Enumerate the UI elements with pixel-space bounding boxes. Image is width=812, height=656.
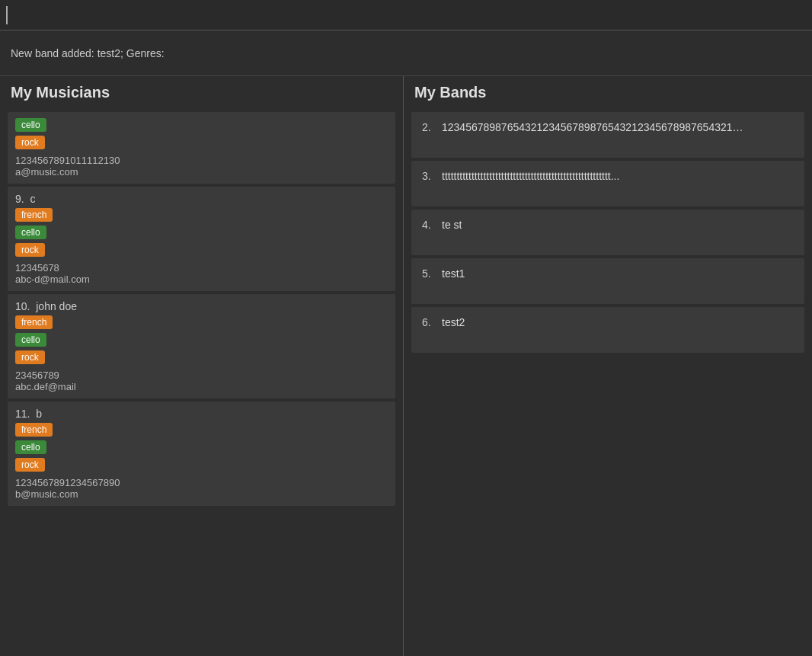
- top-bar: [0, 0, 812, 30]
- tag-rock: rock: [15, 136, 45, 149]
- tag-french-10: french: [15, 315, 53, 329]
- tag-french-9: french: [15, 208, 53, 222]
- tag-rock-9: rock: [15, 243, 45, 257]
- tags-row-10-french: french: [15, 315, 388, 331]
- tags-row-9-rock: rock: [15, 243, 388, 259]
- band-name-6: test2: [442, 316, 465, 328]
- main-content: My Musicians cello rock 1234567891011112…: [0, 76, 812, 656]
- bands-title: My Bands: [404, 84, 812, 109]
- musicians-panel: My Musicians cello rock 1234567891011112…: [0, 76, 404, 656]
- tags-row-11-rock: rock: [15, 458, 388, 474]
- tags-row-11-cello: cello: [15, 440, 388, 456]
- tag-rock-11: rock: [15, 458, 45, 472]
- band-item-3[interactable]: 3. ttttttttttttttttttttttttttttttttttttt…: [411, 161, 804, 206]
- band-row-6: 6. test2: [422, 316, 794, 328]
- tag-cello: cello: [15, 118, 46, 132]
- tag-rock-10: rock: [15, 350, 45, 364]
- musician-email-11: b@music.com: [15, 488, 388, 500]
- musician-number-10: 10. john doe: [15, 300, 388, 312]
- band-name-3: tttttttttttttttttttttttttttttttttttttttt…: [442, 170, 619, 182]
- band-item-2[interactable]: 2. 1234567898765432123456789876543212345…: [411, 112, 804, 158]
- tags-row-11-french: french: [15, 423, 388, 439]
- bands-panel: My Bands 2. 1234567898765432123456789876…: [404, 76, 812, 656]
- musician-email-10: abc.def@mail: [15, 381, 388, 392]
- notification-bar: New band added: test2; Genres:: [0, 30, 812, 76]
- musician-phone-11: 1234567891234567890: [15, 477, 388, 488]
- top-input[interactable]: [6, 6, 235, 24]
- musician-phone-10: 23456789: [15, 370, 388, 381]
- tag-cello-10: cello: [15, 333, 46, 347]
- musician-item-9[interactable]: 9. c french cello rock 12345678 abc-d@ma…: [8, 187, 395, 291]
- band-name-2: 1234567898765432123456789876543212345678…: [442, 121, 746, 133]
- musician-phone: 1234567891011112130: [15, 155, 388, 166]
- band-number-5: 5.: [422, 267, 437, 280]
- band-number-6: 6.: [422, 316, 437, 328]
- musician-item-11[interactable]: 11. b french cello rock 1234567891234567…: [8, 402, 395, 506]
- musician-item[interactable]: cello rock 1234567891011112130 a@music.c…: [8, 112, 395, 184]
- musician-email-9: abc-d@mail.com: [15, 274, 388, 285]
- musician-email: a@music.com: [15, 166, 388, 178]
- band-row-5: 5. test1: [422, 267, 794, 280]
- tags-row-9-cello: cello: [15, 226, 388, 242]
- band-row-2: 2. 1234567898765432123456789876543212345…: [422, 121, 794, 133]
- band-number-3: 3.: [422, 170, 437, 182]
- musicians-title: My Musicians: [0, 84, 403, 109]
- musician-item-10[interactable]: 10. john doe french cello rock 23456789 …: [8, 294, 395, 398]
- band-item-4[interactable]: 4. te st: [411, 210, 804, 255]
- band-item-6[interactable]: 6. test2: [411, 307, 804, 353]
- musician-number-11: 11. b: [15, 408, 388, 420]
- tags-row-10-cello: cello: [15, 333, 388, 349]
- musician-phone-9: 12345678: [15, 262, 388, 274]
- tag-cello-11: cello: [15, 440, 46, 454]
- notification-text: New band added: test2; Genres:: [11, 47, 165, 59]
- band-number-2: 2.: [422, 121, 437, 133]
- band-number-4: 4.: [422, 219, 437, 231]
- tag-cello-9: cello: [15, 226, 46, 239]
- tags-row: cello: [15, 118, 388, 134]
- band-name-5: test1: [442, 267, 465, 280]
- tag-french-11: french: [15, 423, 53, 437]
- musician-number-9: 9. c: [15, 193, 388, 205]
- band-name-4: te st: [442, 219, 462, 231]
- tags-row-9-french: french: [15, 208, 388, 224]
- band-row-3: 3. ttttttttttttttttttttttttttttttttttttt…: [422, 170, 794, 182]
- tags-row-10-rock: rock: [15, 350, 388, 366]
- band-row-4: 4. te st: [422, 219, 794, 231]
- band-item-5[interactable]: 5. test1: [411, 258, 804, 304]
- tags-row-2: rock: [15, 136, 388, 152]
